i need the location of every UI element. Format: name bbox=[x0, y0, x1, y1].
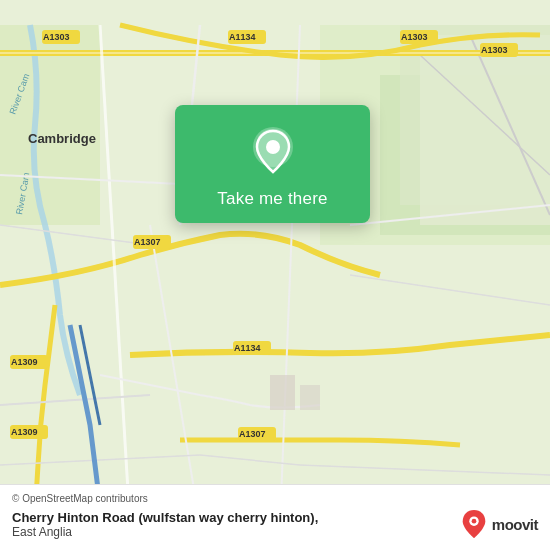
location-region: East Anglia bbox=[12, 525, 318, 539]
svg-text:A1303: A1303 bbox=[481, 45, 508, 55]
svg-text:A1309: A1309 bbox=[11, 357, 38, 367]
bottom-bar: © OpenStreetMap contributors Cherry Hint… bbox=[0, 484, 550, 550]
action-card[interactable]: Take me there bbox=[175, 105, 370, 223]
svg-rect-25 bbox=[300, 385, 320, 410]
svg-text:A1303: A1303 bbox=[401, 32, 428, 42]
svg-text:A1303: A1303 bbox=[43, 32, 70, 42]
map-container: River Cam River Cam bbox=[0, 0, 550, 550]
svg-text:Cambridge: Cambridge bbox=[28, 131, 96, 146]
svg-text:A1307: A1307 bbox=[134, 237, 161, 247]
location-name: Cherry Hinton Road (wulfstan way cherry … bbox=[12, 510, 318, 525]
copyright-text: © OpenStreetMap contributors bbox=[12, 493, 538, 504]
svg-point-48 bbox=[471, 519, 476, 524]
svg-rect-5 bbox=[420, 35, 550, 225]
take-me-there-button[interactable]: Take me there bbox=[217, 189, 327, 209]
svg-text:A1134: A1134 bbox=[234, 343, 261, 353]
moovit-text: moovit bbox=[492, 516, 538, 533]
svg-text:A1309: A1309 bbox=[11, 427, 38, 437]
svg-rect-24 bbox=[270, 375, 295, 410]
moovit-logo: moovit bbox=[460, 508, 538, 540]
svg-text:A1307: A1307 bbox=[239, 429, 266, 439]
svg-text:A1134: A1134 bbox=[229, 32, 256, 42]
location-pin-icon bbox=[245, 123, 301, 179]
svg-point-46 bbox=[266, 140, 280, 154]
location-text-block: Cherry Hinton Road (wulfstan way cherry … bbox=[12, 510, 318, 539]
